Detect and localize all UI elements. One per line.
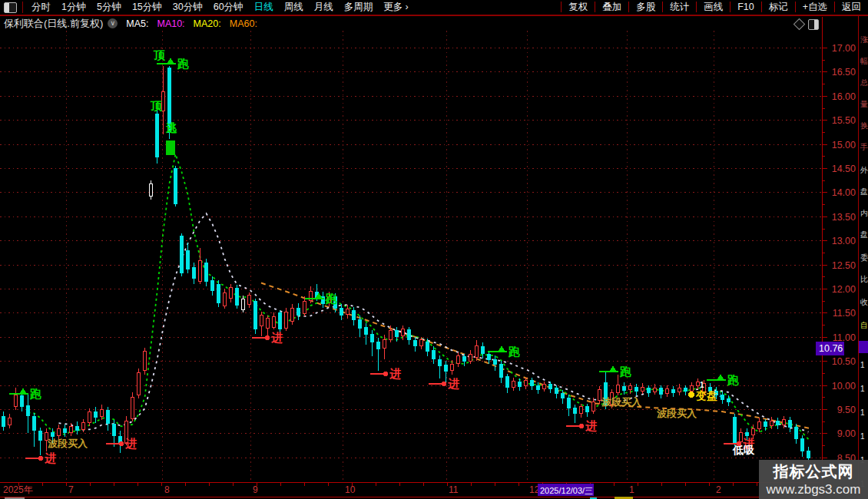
svg-text:10: 10	[345, 484, 356, 495]
price-axis: 17.0016.5016.0015.5015.0014.5014.0013.50…	[0, 17, 856, 499]
svg-text:2025年: 2025年	[3, 484, 33, 495]
panel-glyph: 委	[860, 254, 868, 262]
chart-annotation: ↓	[713, 389, 717, 398]
svg-text:13.00: 13.00	[832, 236, 856, 246]
svg-text:进: 进	[44, 451, 56, 464]
svg-text:2025/12/03/三: 2025/12/03/三	[540, 486, 593, 495]
watermark: 指标公式网 www.zbgs3.com	[759, 460, 868, 499]
price-digit: 1	[860, 409, 865, 417]
svg-text:9.50: 9.50	[837, 405, 856, 415]
panel-glyph: 幅	[860, 58, 868, 65]
current-price-badge: 10.76	[816, 342, 844, 355]
svg-text:跑: 跑	[177, 57, 189, 70]
svg-text:15.00: 15.00	[832, 140, 856, 150]
svg-text:8: 8	[164, 484, 170, 495]
svg-text:10.00: 10.00	[832, 381, 856, 392]
svg-text:进: 进	[124, 437, 137, 450]
panel-glyph: 比	[860, 276, 868, 283]
panel-glyph: 换	[860, 122, 868, 130]
panel-glyph: 外	[860, 167, 868, 174]
svg-text:1: 1	[629, 484, 634, 495]
svg-text:11: 11	[449, 484, 459, 495]
svg-text:跑: 跑	[325, 292, 337, 305]
svg-text:12.00: 12.00	[832, 284, 856, 295]
chart-annotation: 逃	[165, 121, 177, 134]
panel-glyph: 涨	[860, 36, 868, 44]
svg-text:9: 9	[253, 484, 258, 495]
svg-text:2: 2	[716, 484, 721, 495]
watermark-url: www.zbgs3.com	[767, 482, 861, 497]
svg-text:跑: 跑	[727, 373, 739, 386]
panel-glyph: 盘	[860, 231, 868, 239]
panel-glyph: 自	[860, 322, 868, 329]
svg-text:17.00: 17.00	[832, 43, 856, 54]
buy-dot-icon	[442, 382, 446, 386]
svg-text:10.50: 10.50	[832, 356, 856, 367]
svg-text:进: 进	[270, 331, 283, 344]
panel-glyph: 收	[860, 299, 868, 306]
svg-text:跑: 跑	[508, 345, 520, 358]
svg-text:进: 进	[389, 367, 401, 380]
panel-glyph: 手	[860, 144, 868, 151]
svg-text:进: 进	[585, 419, 597, 432]
panel-glyph: 盘	[860, 188, 868, 196]
svg-text:16.50: 16.50	[832, 67, 856, 78]
svg-text:9.00: 9.00	[837, 428, 856, 439]
buy-dot-icon	[383, 372, 388, 376]
svg-text:进: 进	[447, 377, 459, 390]
signal-markers: 跑跑跑跑跑跑进进进进进进进顶顶逃波段买入波段买入波段买入变盘低吸1↓↓	[9, 48, 755, 464]
price-digit: 1	[860, 385, 865, 393]
sell-triangle-icon	[20, 388, 26, 393]
sell-triangle-icon	[167, 58, 174, 63]
price-digit: 1	[860, 433, 865, 441]
svg-text:13.50: 13.50	[832, 212, 856, 223]
sell-triangle-icon	[717, 374, 724, 379]
svg-text:7: 7	[68, 484, 74, 495]
panel-glyph: 总	[860, 79, 868, 87]
selected-row-highlight	[859, 341, 868, 353]
chart-annotation: 1	[700, 381, 704, 389]
price-digit: 1	[860, 362, 865, 369]
green-signal-box	[166, 140, 175, 155]
chart-annotation: 波段买入	[601, 396, 642, 408]
svg-text:12.50: 12.50	[832, 260, 856, 271]
sell-triangle-icon	[610, 365, 616, 371]
candlestick-chart[interactable]: 17.0016.5016.0015.5015.0014.5014.0013.50…	[0, 0, 868, 499]
svg-text:16.00: 16.00	[832, 91, 856, 102]
turning-point-dot-icon	[688, 392, 694, 398]
svg-text:10.76: 10.76	[819, 343, 843, 354]
chart-annotation: 顶	[150, 99, 162, 112]
svg-text:15.50: 15.50	[832, 115, 856, 126]
buy-dot-icon	[119, 441, 124, 446]
buy-dot-icon	[579, 424, 584, 428]
watermark-title: 指标公式网	[774, 461, 854, 482]
panel-glyph: 量	[860, 101, 868, 108]
chart-annotation: 波段买入	[48, 438, 88, 449]
panel-glyph: 内	[860, 210, 868, 217]
buy-dot-icon	[38, 456, 43, 461]
chart-annotation: 顶	[153, 48, 165, 61]
gridlines	[0, 31, 822, 482]
svg-text:14.50: 14.50	[832, 164, 856, 174]
svg-text:14.00: 14.00	[832, 187, 856, 198]
trading-terminal: 分时1分钟5分钟15分钟30分钟60分钟日线周线月线多周期更多 › 复权叠加多股…	[0, 0, 868, 499]
candles	[2, 66, 810, 462]
sell-triangle-icon	[499, 345, 505, 351]
right-edge-panel[interactable]: 涨幅总量换手外盘内盘委比收自111111	[858, 16, 868, 499]
svg-text:11.50: 11.50	[833, 308, 856, 319]
svg-text:跑: 跑	[29, 387, 41, 400]
chart-annotation: 波段买入	[657, 408, 697, 419]
buy-dot-icon	[265, 335, 270, 340]
svg-text:跑: 跑	[619, 365, 631, 378]
chart-annotation: ↓	[718, 389, 723, 398]
chart-annotation: 低吸	[732, 444, 755, 456]
